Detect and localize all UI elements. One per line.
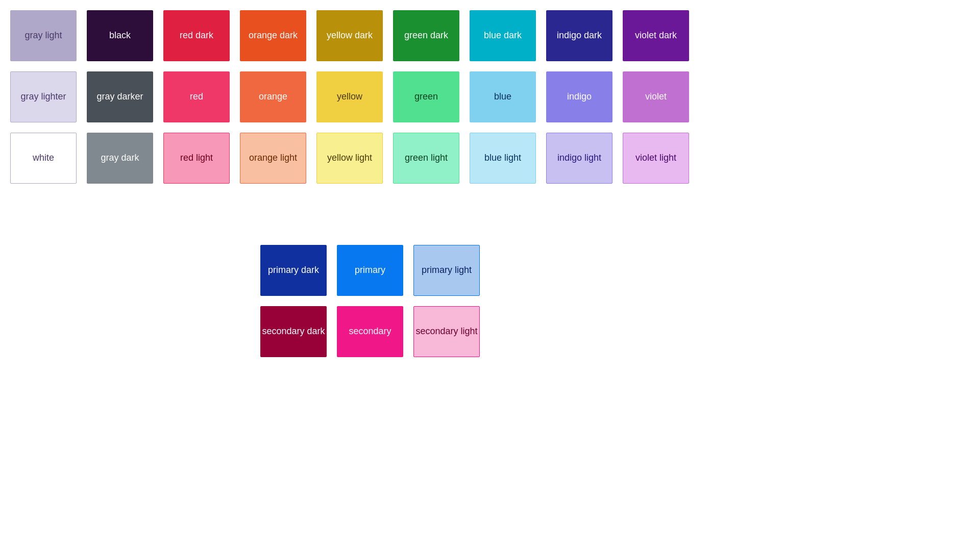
color-swatch-orange: orange [240, 71, 306, 122]
color-swatch-indigo-dark: indigo dark [546, 10, 612, 61]
color-swatch-yellow-light: yellow light [316, 133, 383, 184]
color-swatch-yellow: yellow [316, 71, 383, 122]
color-swatch-red-dark: red dark [163, 10, 230, 61]
color-swatch-blue-light: blue light [470, 133, 536, 184]
color-swatch-orange-dark: orange dark [240, 10, 306, 61]
color-swatch-blue: blue [470, 71, 536, 122]
color-swatch-gray-lighter: gray lighter [10, 71, 77, 122]
color-swatch-green: green [393, 71, 459, 122]
color-row-mid: gray lightergray darkerredorangeyellowgr… [10, 71, 970, 122]
color-swatch-primary-dark: primary dark [260, 245, 327, 296]
section-gap [10, 184, 970, 245]
primary-row-0: primary darkprimaryprimary light [260, 245, 970, 296]
color-grid: gray lightblackred darkorange darkyellow… [10, 10, 970, 184]
color-swatch-green-light: green light [393, 133, 459, 184]
color-swatch-primary: primary [337, 245, 403, 296]
color-row-dark: gray lightblackred darkorange darkyellow… [10, 10, 970, 61]
color-swatch-gray-light: gray light [10, 10, 77, 61]
color-swatch-violet: violet [623, 71, 689, 122]
color-swatch-yellow-dark: yellow dark [316, 10, 383, 61]
color-row-light: whitegray darkred lightorange lightyello… [10, 133, 970, 184]
color-swatch-secondary-dark: secondary dark [260, 306, 327, 357]
color-swatch-violet-dark: violet dark [623, 10, 689, 61]
color-swatch-violet-light: violet light [623, 133, 689, 184]
color-swatch-indigo: indigo [546, 71, 612, 122]
color-swatch-gray-dark: gray dark [87, 133, 153, 184]
color-swatch-primary-light: primary light [413, 245, 480, 296]
color-swatch-black: black [87, 10, 153, 61]
color-swatch-green-dark: green dark [393, 10, 459, 61]
color-swatch-red: red [163, 71, 230, 122]
color-swatch-blue-dark: blue dark [470, 10, 536, 61]
color-swatch-secondary: secondary [337, 306, 403, 357]
color-swatch-indigo-light: indigo light [546, 133, 612, 184]
color-swatch-gray-darker: gray darker [87, 71, 153, 122]
primary-row-1: secondary darksecondarysecondary light [260, 306, 970, 357]
color-swatch-orange-light: orange light [240, 133, 306, 184]
color-swatch-secondary-light: secondary light [413, 306, 480, 357]
primary-section: primary darkprimaryprimary lightsecondar… [260, 245, 970, 357]
color-swatch-red-light: red light [163, 133, 230, 184]
color-swatch-white: white [10, 133, 77, 184]
